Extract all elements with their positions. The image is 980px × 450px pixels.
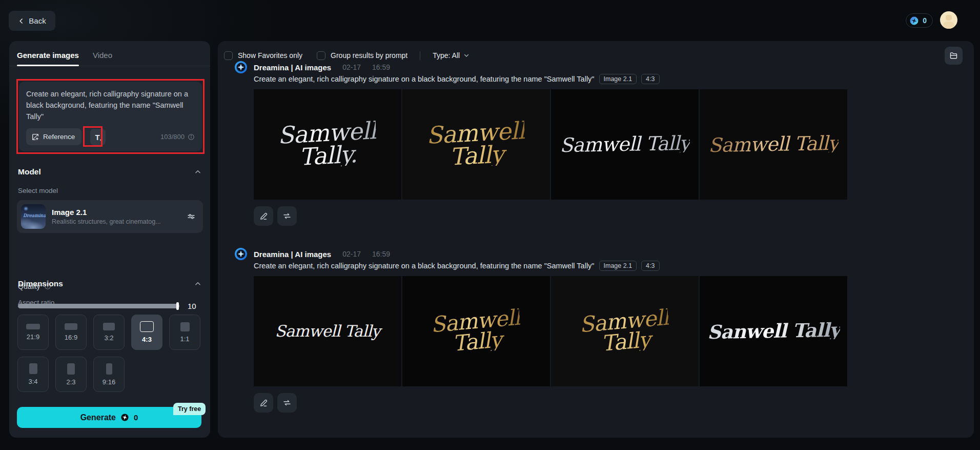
model-description: Realistic structures, great cinematog... — [52, 218, 180, 225]
quality-slider-handle[interactable] — [176, 302, 179, 310]
generated-image[interactable]: SamwellTally — [402, 276, 550, 386]
text-style-button[interactable]: T„ — [90, 129, 106, 145]
model-badge: Image 2.1 — [599, 261, 637, 271]
reference-label: Reference — [43, 133, 75, 141]
results-panel: Show Favorites only Group results by pro… — [218, 41, 974, 438]
ratio-1-1[interactable]: 1:1 — [169, 315, 200, 350]
edit-prompt-button[interactable] — [254, 206, 273, 226]
char-counter: 103/800 — [160, 133, 195, 141]
text-quote-icon: T — [95, 133, 100, 142]
group-source[interactable]: Dreamina | AI images — [254, 250, 331, 259]
filter-bar: Show Favorites only Group results by pro… — [224, 49, 966, 62]
generated-image[interactable]: Samwell Tally — [254, 276, 401, 386]
reference-image-icon — [31, 133, 39, 141]
back-button[interactable]: Back — [9, 11, 55, 31]
group-time: 16:59 — [372, 250, 390, 258]
model-name: Image 2.1 — [52, 208, 180, 217]
dreamina-logo-icon — [234, 61, 248, 74]
type-filter-dropdown[interactable]: Type: All — [433, 51, 469, 60]
favorites-label: Show Favorites only — [238, 51, 302, 60]
asset-board-button[interactable] — [945, 47, 963, 65]
user-avatar[interactable] — [940, 11, 957, 29]
model-thumbnail: Dreamina — [21, 204, 46, 229]
credit-coin-icon — [909, 16, 919, 26]
generated-image[interactable]: SamwellTally — [551, 276, 699, 386]
edit-prompt-button[interactable] — [254, 393, 273, 413]
regenerate-button[interactable] — [277, 206, 297, 226]
generate-coin-icon — [120, 413, 129, 422]
model-settings-icon[interactable] — [187, 212, 196, 221]
generated-image[interactable]: SamwellTally. — [254, 89, 401, 200]
ratio-9-16[interactable]: 9:16 — [93, 357, 125, 392]
chevron-up-icon[interactable] — [194, 280, 201, 287]
back-label: Back — [29, 16, 46, 25]
regenerate-button[interactable] — [277, 393, 297, 413]
credits-pill[interactable]: 0 — [906, 13, 933, 28]
generated-image[interactable]: Samwell Tally — [551, 89, 699, 200]
group-prompt: Create an elegant, rich calligraphy sign… — [254, 262, 595, 270]
ratio-badge: 4:3 — [641, 74, 659, 84]
ratio-badge: 4:3 — [641, 261, 659, 271]
generation-sidebar: Generate images Video Create an elegant,… — [9, 41, 210, 438]
generate-label: Generate — [80, 413, 116, 422]
generated-image[interactable]: SamwellTally — [402, 89, 550, 200]
model-card[interactable]: Dreamina Image 2.1 Realistic structures,… — [17, 200, 203, 233]
ratio-4-3-selected[interactable]: 4:3 — [131, 315, 162, 350]
image-results-row: Samwell Tally SamwellTally SamwellTally … — [254, 276, 847, 386]
generated-image[interactable]: Samwell Tally — [700, 89, 847, 200]
group-source[interactable]: Dreamina | AI images — [254, 63, 331, 72]
tab-video[interactable]: Video — [93, 51, 112, 66]
group-time: 16:59 — [372, 63, 390, 71]
info-icon — [188, 133, 195, 141]
dreamina-logo-icon — [234, 247, 248, 261]
favorites-checkbox[interactable] — [224, 51, 233, 60]
ratio-2-3[interactable]: 2:3 — [55, 357, 87, 392]
generate-cost: 0 — [134, 413, 138, 422]
try-free-badge: Try free — [173, 403, 206, 415]
group-prompt: Create an elegant, rich calligraphy sign… — [254, 75, 595, 83]
generated-image[interactable]: Sanwell Tally — [700, 276, 847, 386]
divider — [420, 51, 420, 60]
chevron-up-icon[interactable] — [194, 168, 201, 175]
select-model-label: Select model — [9, 187, 67, 194]
tab-generate-images[interactable]: Generate images — [17, 51, 79, 66]
ratio-3-2[interactable]: 3:2 — [93, 315, 125, 350]
prompt-input[interactable]: Create an elegant, rich calligraphy sign… — [19, 82, 202, 151]
avatar-silhouette — [946, 15, 952, 21]
chevron-left-icon — [18, 17, 25, 25]
folder-icon — [949, 51, 958, 60]
group-date: 02-17 — [342, 63, 361, 71]
sidebar-tabs: Generate images Video — [9, 41, 210, 66]
prompt-text[interactable]: Create an elegant, rich calligraphy sign… — [26, 88, 195, 122]
dimensions-section-title: Dimensions — [18, 279, 63, 288]
ratio-16-9[interactable]: 16:9 — [55, 315, 87, 350]
credits-count: 0 — [923, 16, 927, 25]
chevron-down-icon — [463, 52, 469, 58]
image-results-row: SamwellTally. SamwellTally Samwell Tally… — [254, 89, 847, 200]
ratio-21-9[interactable]: 21:9 — [17, 315, 49, 350]
reference-button[interactable]: Reference — [26, 128, 81, 145]
group-results-checkbox[interactable] — [317, 51, 325, 60]
model-badge: Image 2.1 — [599, 74, 637, 84]
ratio-3-4[interactable]: 3:4 — [17, 357, 49, 392]
group-results-label: Group results by prompt — [331, 51, 407, 60]
group-date: 02-17 — [342, 250, 361, 258]
quality-value: 10 — [188, 302, 196, 310]
aspect-ratio-label: Aspect ratio — [9, 299, 63, 306]
aspect-ratio-grid: 21:9 16:9 3:2 4:3 1:1 3:4 2:3 9:16 — [17, 315, 205, 392]
model-section-title: Model — [18, 167, 41, 177]
